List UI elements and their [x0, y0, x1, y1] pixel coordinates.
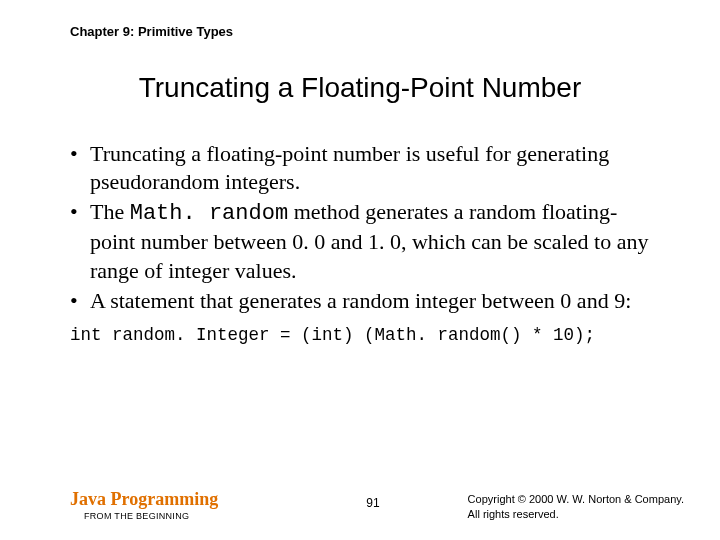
slide-title: Truncating a Floating-Point Number — [0, 72, 720, 104]
copyright-line: All rights reserved. — [468, 507, 684, 522]
book-subtitle: FROM THE BEGINNING — [84, 512, 218, 522]
book-brand: Java Programming FROM THE BEGINNING — [70, 490, 218, 522]
bullet-item: A statement that generates a random inte… — [70, 287, 660, 315]
slide-content: Truncating a floating-point number is us… — [70, 140, 660, 345]
bullet-item: The Math. random method generates a rand… — [70, 198, 660, 284]
inline-code: Math. random — [130, 201, 288, 226]
code-line: int random. Integer = (int) (Math. rando… — [70, 325, 660, 345]
page-number: 91 — [366, 496, 379, 510]
bullet-text: Truncating a floating-point number is us… — [90, 141, 609, 194]
footer: Java Programming FROM THE BEGINNING 91 C… — [70, 490, 684, 522]
bullet-list: Truncating a floating-point number is us… — [70, 140, 660, 315]
copyright-line: Copyright © 2000 W. W. Norton & Company. — [468, 492, 684, 507]
chapter-header: Chapter 9: Primitive Types — [70, 24, 233, 39]
copyright: Copyright © 2000 W. W. Norton & Company.… — [468, 492, 684, 522]
book-title: Java Programming — [70, 490, 218, 510]
bullet-text: The — [90, 199, 130, 224]
bullet-text: A statement that generates a random inte… — [90, 288, 631, 313]
bullet-item: Truncating a floating-point number is us… — [70, 140, 660, 196]
